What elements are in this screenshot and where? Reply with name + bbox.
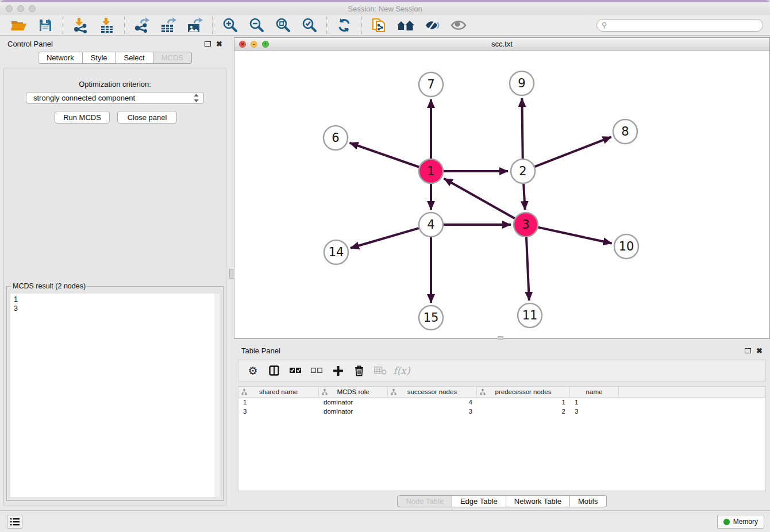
table-cell[interactable]: 1 — [238, 399, 319, 406]
tab-node-table[interactable]: Node Table — [397, 495, 452, 507]
graph-edge-2-3[interactable] — [523, 184, 525, 210]
table-cell[interactable]: 3 — [570, 408, 619, 415]
clone-network-icon — [371, 17, 387, 34]
column-header-shared-name[interactable]: shared name — [238, 387, 319, 397]
zoom-in-button[interactable] — [218, 16, 242, 34]
mcds-result-text[interactable]: 13 — [10, 294, 220, 497]
export-image-button[interactable] — [183, 16, 207, 34]
table-panel-title: Table Panel — [241, 346, 280, 355]
column-header-name[interactable]: name — [570, 387, 619, 397]
delete-table-icon[interactable] — [374, 364, 387, 377]
column-visibility-icon[interactable] — [268, 364, 280, 377]
network-graph[interactable]: 7968124314101511 — [234, 51, 769, 338]
search-box[interactable]: ⚲ — [596, 19, 763, 32]
window-traffic-lights[interactable] — [6, 5, 36, 12]
graph-edge-1-6[interactable] — [350, 143, 419, 167]
vertical-splitter-handle[interactable] — [229, 269, 234, 279]
open-file-icon — [10, 18, 28, 32]
table-cell[interactable]: dominator — [319, 408, 388, 415]
float-panel-icon[interactable] — [205, 41, 211, 47]
zoom-selected-icon — [301, 17, 317, 33]
zoom-out-icon — [248, 17, 264, 33]
delete-column-icon[interactable] — [353, 364, 365, 377]
zoom-selected-button[interactable] — [297, 16, 321, 34]
hide-labels-button[interactable] — [420, 16, 444, 34]
toolbar-separator — [361, 17, 362, 34]
column-header-MCDS-role[interactable]: MCDS role — [319, 387, 388, 397]
network-canvas[interactable]: 7968124314101511 — [234, 51, 769, 338]
search-input[interactable] — [610, 21, 758, 29]
minimize-window-icon[interactable] — [17, 5, 24, 12]
optimization-criterion-select[interactable]: strongly connected component — [26, 92, 204, 104]
zoom-fit-button[interactable] — [271, 16, 295, 34]
refresh-layout-button[interactable] — [332, 16, 356, 34]
tab-network-table[interactable]: Network Table — [506, 495, 570, 507]
column-header-successor-nodes[interactable]: successor nodes — [388, 387, 477, 397]
network-view-window: ✕ – + scc.txt 7968124314101511 — [234, 37, 770, 339]
deselect-all-rows-icon[interactable] — [310, 364, 323, 377]
network-close-icon[interactable]: ✕ — [239, 41, 246, 48]
graph-edge-2-8[interactable] — [535, 137, 611, 167]
memory-button[interactable]: Memory — [717, 515, 764, 529]
tab-network[interactable]: Network — [38, 52, 83, 64]
float-panel-icon[interactable] — [745, 348, 751, 353]
mcds-result-title: MCDS result (2 nodes) — [11, 282, 87, 290]
network-window-titlebar[interactable]: ✕ – + scc.txt — [234, 38, 769, 51]
import-network-button[interactable] — [68, 16, 93, 34]
run-mcds-button[interactable]: Run MCDS — [55, 111, 110, 124]
maximize-window-icon[interactable] — [29, 5, 36, 12]
import-table-button[interactable] — [95, 16, 119, 34]
tab-select[interactable]: Select — [116, 52, 153, 64]
table-cell[interactable]: dominator — [319, 399, 388, 406]
add-column-icon[interactable] — [332, 364, 344, 377]
zoom-out-button[interactable] — [244, 16, 268, 34]
graph-node-label: 6 — [332, 131, 339, 145]
table-cell[interactable]: 3 — [388, 408, 477, 415]
close-panel-icon[interactable]: ✖ — [216, 40, 222, 48]
tab-edge-table[interactable]: Edge Table — [452, 495, 506, 507]
graph-node-label: 1 — [427, 164, 434, 178]
graph-edge-4-14[interactable] — [351, 228, 419, 248]
table-cell[interactable]: 1 — [477, 399, 570, 406]
memory-status-icon — [723, 519, 730, 525]
graph-edge-3-10[interactable] — [538, 228, 611, 244]
dropdown-value: strongly connected component — [33, 94, 194, 102]
open-file-button[interactable] — [7, 16, 31, 34]
close-panel-icon[interactable]: ✖ — [756, 347, 763, 354]
titlebar[interactable]: Session: New Session — [0, 2, 770, 15]
table-cell[interactable]: 2 — [477, 408, 570, 415]
close-panel-button[interactable]: Close panel — [117, 111, 177, 124]
table-cell[interactable]: 1 — [570, 399, 619, 406]
window-title: Session: New Session — [348, 5, 422, 13]
tab-mcds[interactable]: MCDS — [153, 52, 192, 64]
tab-motifs[interactable]: Motifs — [570, 495, 607, 507]
tab-style[interactable]: Style — [83, 52, 116, 64]
network-maximize-icon[interactable]: + — [262, 41, 269, 48]
show-graphics-button[interactable] — [446, 16, 471, 34]
network-minimize-icon[interactable]: – — [251, 41, 257, 48]
graph-edge-3-1[interactable] — [444, 179, 515, 218]
select-all-rows-icon[interactable] — [289, 364, 302, 377]
node-table[interactable]: shared nameMCDS rolesuccessor nodesprede… — [238, 386, 766, 491]
mcds-result-line: 3 — [14, 304, 216, 313]
graph-edge-2-9[interactable] — [522, 98, 522, 159]
column-header-predecessor-nodes[interactable]: predecessor nodes — [477, 387, 570, 397]
close-window-icon[interactable] — [6, 5, 13, 12]
clone-network-button[interactable] — [367, 16, 391, 34]
task-history-button[interactable] — [7, 515, 22, 529]
export-table-button[interactable] — [156, 16, 180, 34]
control-panel-tabs: NetworkStyleSelectMCDS — [0, 52, 230, 64]
table-row[interactable]: 1dominator411 — [238, 398, 765, 407]
graph-node-label: 4 — [427, 218, 434, 232]
table-cell[interactable]: 3 — [238, 408, 319, 415]
settings-gear-icon[interactable]: ⚙ — [247, 364, 259, 377]
graph-node-label: 10 — [619, 240, 634, 253]
export-network-button[interactable] — [130, 16, 154, 34]
table-row[interactable]: 3dominator323 — [238, 407, 765, 416]
table-cell[interactable]: 4 — [388, 399, 477, 406]
horizontal-splitter-handle[interactable] — [498, 336, 503, 340]
graph-edge-3-11[interactable] — [526, 237, 529, 300]
first-neighbors-button[interactable] — [394, 16, 418, 34]
save-session-button[interactable] — [33, 16, 57, 34]
function-builder-icon[interactable]: f(x) — [395, 364, 408, 377]
